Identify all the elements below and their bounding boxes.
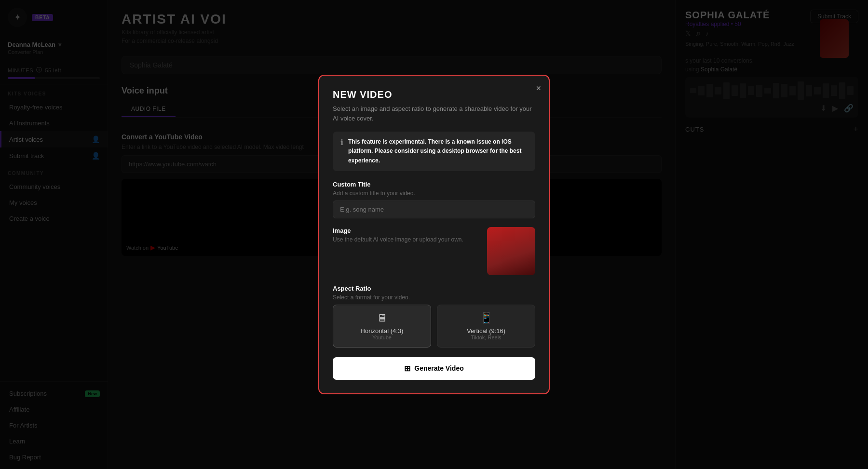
aspect-vertical[interactable]: 📱 Vertical (9:16) Tiktok, Reels (437, 305, 535, 348)
image-desc: Use the default AI voice image or upload… (333, 236, 479, 243)
image-label: Image (333, 227, 479, 234)
aspect-vertical-name: Vertical (9:16) (442, 327, 530, 335)
aspect-ratio-desc: Select a format for your video. (333, 294, 535, 301)
generate-icon: ⊞ (404, 364, 410, 373)
custom-title-desc: Add a custom title to your video. (333, 190, 535, 197)
aspect-ratio-options: 🖥 Horizontal (4:3) Youtube 📱 Vertical (9… (333, 305, 535, 348)
aspect-horizontal-platform: Youtube (338, 335, 426, 340)
modal-description: Select an image and aspect ratio to gene… (333, 104, 535, 123)
generate-video-button[interactable]: ⊞ Generate Video (333, 357, 535, 380)
image-info: Image Use the default AI voice image or … (333, 227, 479, 247)
monitor-icon: 🖥 (338, 312, 426, 324)
warning-box: ℹ This feature is experimental. There is… (333, 132, 535, 171)
phone-icon: 📱 (442, 312, 530, 324)
artist-thumb-inner (487, 227, 535, 275)
aspect-horizontal[interactable]: 🖥 Horizontal (4:3) Youtube (333, 305, 431, 348)
generate-button-label: Generate Video (414, 364, 463, 372)
modal-title: NEW VIDEO (333, 89, 535, 100)
info-icon: ℹ (340, 138, 343, 165)
aspect-ratio-section: Aspect Ratio Select a format for your vi… (333, 285, 535, 348)
modal-overlay[interactable]: × NEW VIDEO Select an image and aspect r… (0, 0, 868, 469)
new-video-modal: × NEW VIDEO Select an image and aspect r… (318, 75, 550, 394)
custom-title-input[interactable] (333, 201, 535, 218)
modal-close-button[interactable]: × (536, 83, 541, 94)
aspect-ratio-label: Aspect Ratio (333, 285, 535, 292)
aspect-vertical-platform: Tiktok, Reels (442, 335, 530, 340)
custom-title-label: Custom Title (333, 181, 535, 188)
aspect-horizontal-name: Horizontal (4:3) (338, 327, 426, 335)
image-section: Image Use the default AI voice image or … (333, 227, 535, 275)
warning-text: This feature is experimental. There is a… (348, 137, 528, 165)
artist-thumbnail (487, 227, 535, 275)
